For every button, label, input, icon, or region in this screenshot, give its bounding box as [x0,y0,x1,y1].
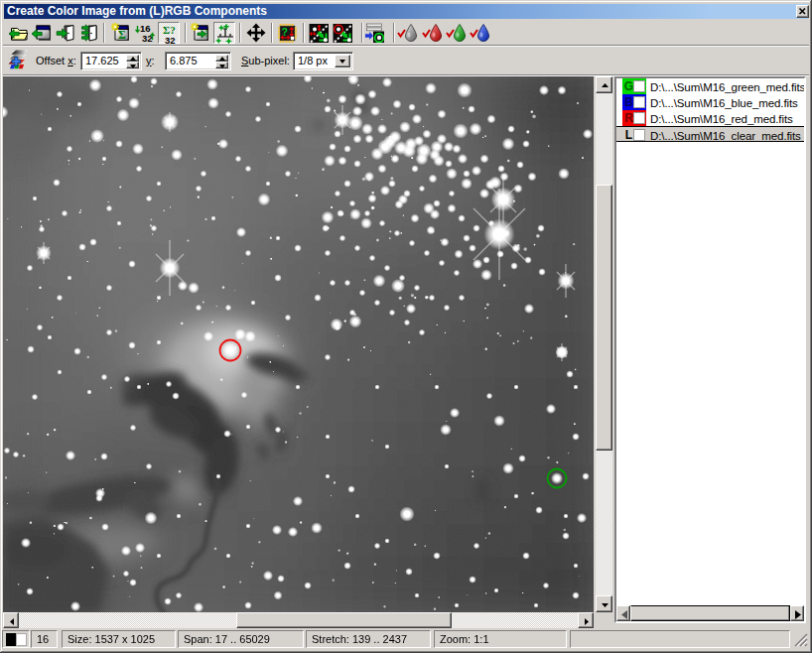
svg-text:Σ: Σ [118,28,126,42]
svg-text:32: 32 [142,33,153,43]
svg-text:?: ? [282,26,288,38]
svg-text:32: 32 [165,35,176,44]
